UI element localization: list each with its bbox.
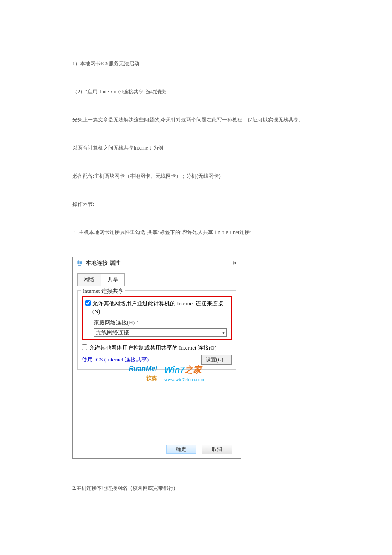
tab-bar: 网络 共享: [77, 273, 236, 286]
dropdown-value: 无线网络连接: [96, 328, 129, 337]
svg-rect-0: [78, 261, 79, 264]
paragraph-8: 2.主机连接本地连接网络（校园网或宽带都行): [72, 484, 320, 492]
home-network-label: 家庭网络连接(H)：: [94, 318, 228, 327]
paragraph-2: （2）"启用Ｉnteｒnｅt连接共享"选项消失: [72, 88, 320, 95]
home-network-dropdown[interactable]: 无线网络连接 ▾: [94, 328, 227, 337]
ics-link[interactable]: 使用 ICS (Internet 连接共享): [82, 356, 149, 364]
allow-connect-label: 允许其他网络用户通过此计算机的 Internet 连接来连接(N): [92, 299, 228, 316]
svg-rect-1: [80, 262, 82, 264]
tab-sharing[interactable]: 共享: [101, 273, 125, 286]
paragraph-5: 必备配备:主机两块网卡（本地网卡、无线网卡）；分机(无线网卡）: [72, 172, 320, 180]
paragraph-1: 1）本地网卡ICS服务无法启动: [72, 60, 320, 67]
paragraph-6: 操作环节:: [72, 200, 320, 208]
settings-button[interactable]: 设置(G)...: [201, 355, 232, 365]
dialog-titlebar[interactable]: 本地连接 属性 ✕: [73, 257, 241, 269]
allow-connect-row[interactable]: 允许其他网络用户通过此计算机的 Internet 连接来连接(N): [85, 299, 228, 316]
chevron-down-icon: ▾: [222, 330, 225, 336]
allow-control-label: 允许其他网络用户控制或禁用共享的 Internet 连接(O): [89, 344, 216, 352]
ics-groupbox: Internet 连接共享 允许其他网络用户通过此计算机的 Internet 连…: [77, 290, 236, 370]
watermark-ruanmei: RuanMei: [129, 364, 157, 374]
properties-dialog: 本地连接 属性 ✕ 网络 共享 Internet 连接共享 允许其他网络用户通过…: [72, 257, 241, 459]
allow-control-checkbox[interactable]: [82, 344, 87, 350]
paragraph-4: 以两台计算机之间无线共享interneｔ为例:: [72, 144, 320, 152]
ok-button[interactable]: 确定: [166, 445, 196, 454]
allow-connect-checkbox[interactable]: [85, 300, 91, 306]
watermark-ruanmei-sub: 软媒: [129, 374, 157, 382]
watermark-win7: Win7之家: [164, 363, 204, 376]
paragraph-3: 光凭上一篇文章是无法解决这些问题的,今天针对这两个问题在此写一种教程，保证可以实…: [72, 116, 320, 124]
allow-control-row[interactable]: 允许其他网络用户控制或禁用共享的 Internet 连接(O): [82, 344, 232, 352]
highlight-box: 允许其他网络用户通过此计算机的 Internet 连接来连接(N) 家庭网络连接…: [82, 296, 232, 341]
cancel-button[interactable]: 取消: [202, 445, 232, 454]
dialog-body: 网络 共享 Internet 连接共享 允许其他网络用户通过此计算机的 Inte…: [73, 269, 241, 458]
paragraph-7: １.主机本地网卡连接属性里勾选"共享"标签下的"容许她人共享ｉnｔeｒnet连接…: [72, 228, 320, 236]
watermark: RuanMei 软媒 Win7之家 www.win7china.com: [129, 363, 204, 383]
dialog-title: 本地连接 属性: [86, 259, 121, 267]
watermark-divider: [161, 367, 161, 379]
dialog-footer: 确定 取消: [77, 441, 236, 454]
watermark-url: www.win7china.com: [164, 376, 204, 383]
network-icon: [76, 260, 83, 266]
close-icon[interactable]: ✕: [232, 259, 237, 268]
tab-network[interactable]: 网络: [77, 273, 101, 286]
dialog-spacer: [77, 373, 236, 441]
group-title: Internet 连接共享: [81, 287, 125, 295]
